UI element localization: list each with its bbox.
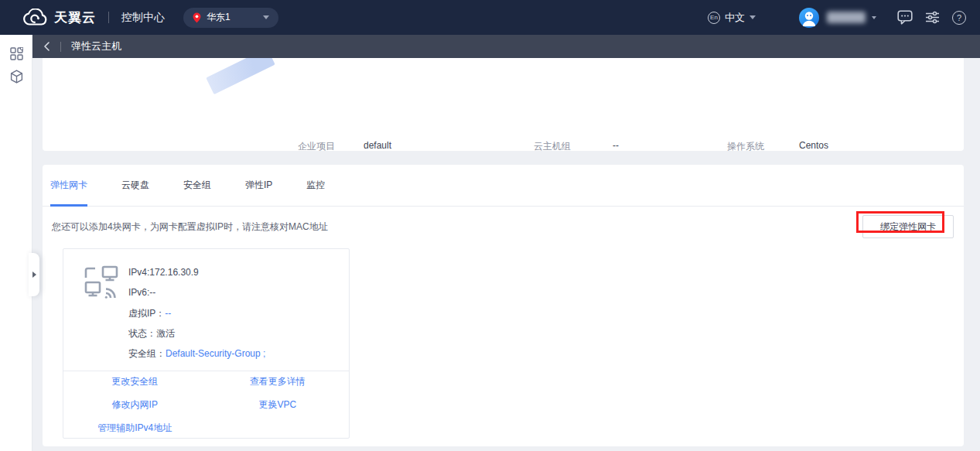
field-enterprise-project: 企业项目 [298,140,335,153]
nic-info: IPv4:172.16.30.9 IPv6:-- 虚拟IP：-- 状态：激活 安… [128,267,265,367]
chevron-down-icon [872,16,876,19]
apps-grid-icon[interactable] [0,42,32,65]
status-value: 激活 [156,328,175,339]
region-selector[interactable]: 华东1 [183,8,278,28]
action-change-vpc[interactable]: 更换VPC [207,398,350,412]
chevron-right-icon [32,272,36,278]
virtual-ip-label: 虚拟IP： [128,308,165,319]
console-center-link[interactable]: 控制中心 [121,11,165,25]
nic-card: IPv4:172.16.30.9 IPv6:-- 虚拟IP：-- 状态：激活 安… [63,248,350,439]
page-subheader: 弹性云主机 [32,35,980,58]
field-value: default [364,140,391,151]
tab-bar: 弹性网卡 云硬盘 安全组 弹性IP 监控 [43,165,964,207]
field-value: -- [613,140,619,151]
chevron-down-icon [263,15,269,19]
cloud-logo-icon [22,9,48,26]
divider [60,42,61,52]
nic-status: 状态：激活 [128,327,265,338]
location-pin-icon [193,12,201,23]
security-group-link[interactable]: Default-Security-Group ; [166,348,265,359]
field-host-group-value: -- [613,140,619,151]
tab-security-group[interactable]: 安全组 [183,165,211,206]
page-title: 弹性云主机 [71,39,121,53]
left-sidebar [0,35,32,451]
language-switch[interactable]: 中文 [725,11,745,25]
messages-icon[interactable] [897,10,913,25]
field-label: 云主机组 [534,141,571,152]
nic-security-group: 安全组：Default-Security-Group ; [128,347,265,358]
chevron-down-icon [750,15,756,19]
overview-card: 企业项目 default 云主机组 -- 操作系统 Centos 密钥对 -- [43,58,964,151]
status-label: 状态： [128,328,156,339]
navbar-right: En 中文 [708,0,966,35]
tab-elastic-ip[interactable]: 弹性IP [245,165,272,206]
back-button[interactable] [43,42,50,51]
field-label: 操作系统 [727,141,764,152]
username-redacted[interactable] [827,12,866,23]
help-icon[interactable]: ? [952,11,966,25]
avatar[interactable] [799,8,819,28]
action-view-more-details[interactable]: 查看更多详情 [207,375,350,388]
nic-virtual-ip: 虚拟IP：-- [128,307,265,318]
drawer-expand-handle[interactable] [29,253,39,296]
bind-elastic-nic-button[interactable]: 绑定弹性网卡 [862,215,954,238]
cube-icon[interactable] [0,65,32,88]
brand[interactable]: 天翼云 [22,9,96,26]
sliders-icon[interactable] [925,10,940,25]
field-host-group: 云主机组 [534,140,571,153]
detail-card: 弹性网卡 云硬盘 安全组 弹性IP 监控 您还可以添加4块网卡，为网卡配置虚拟I… [43,165,964,446]
divider [108,12,109,23]
tab-elastic-nic[interactable]: 弹性网卡 [50,165,87,206]
field-os: 操作系统 [727,140,764,153]
action-manage-secondary-ipv4[interactable]: 管理辅助IPv4地址 [63,422,207,435]
brand-name: 天翼云 [54,9,96,26]
top-navbar: 天翼云 控制中心 华东1 En 中文 [0,0,980,35]
globe-en-icon: En [708,12,720,24]
nic-actions: 更改安全组 查看更多详情 修改内网IP 更换VPC 管理辅助IPv4地址 [63,371,349,438]
action-change-security-group[interactable]: 更改安全组 [63,375,207,388]
security-group-label: 安全组： [128,348,166,359]
action-modify-private-ip[interactable]: 修改内网IP [63,398,207,412]
tab-cloud-disk[interactable]: 云硬盘 [121,165,149,206]
field-label: 企业项目 [298,141,335,152]
region-name: 华东1 [207,11,230,24]
nic-quota-hint: 您还可以添加4块网卡，为网卡配置虚拟IP时，请注意核对MAC地址 [52,220,328,234]
field-os-value: Centos [799,140,828,151]
tab-monitoring[interactable]: 监控 [306,165,325,206]
page: 天翼云 控制中心 华东1 En 中文 [0,0,980,451]
field-enterprise-project-value: default [364,140,391,151]
nic-ipv6: IPv6:-- [128,287,265,298]
nic-ipv4: IPv4:172.16.30.9 [128,267,265,278]
field-value: Centos [799,140,828,151]
virtual-ip-link[interactable]: -- [165,308,171,319]
network-card-icon [84,265,120,302]
